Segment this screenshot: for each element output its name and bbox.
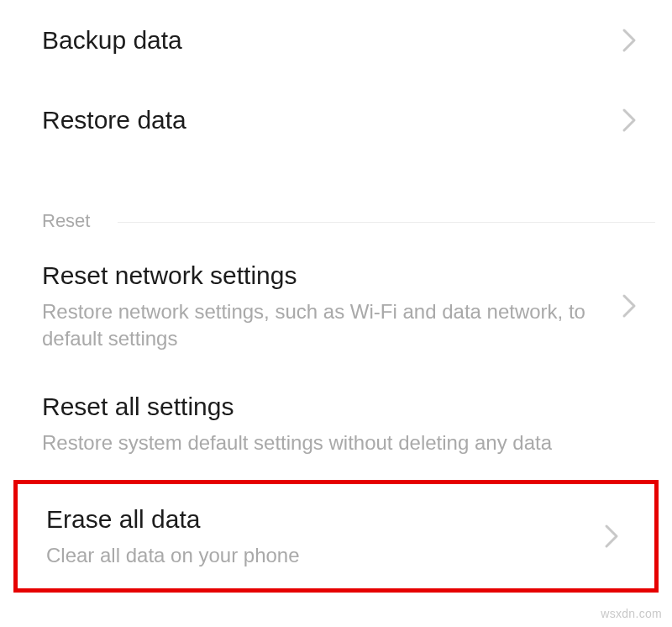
section-divider bbox=[118, 222, 655, 223]
erase-all-data-item[interactable]: Erase all data Clear all data on your ph… bbox=[13, 480, 659, 592]
erase-title: Erase all data bbox=[46, 503, 601, 535]
reset-network-subtitle: Restore network settings, such as Wi-Fi … bbox=[42, 298, 605, 353]
erase-subtitle: Clear all data on your phone bbox=[46, 542, 601, 569]
watermark: wsxdn.com bbox=[601, 607, 662, 620]
reset-section-header: Reset bbox=[0, 210, 672, 240]
restore-data-item[interactable]: Restore data bbox=[0, 80, 672, 160]
backup-data-item[interactable]: Backup data bbox=[0, 0, 672, 80]
chevron-right-icon bbox=[622, 28, 637, 53]
section-label: Reset bbox=[42, 210, 90, 231]
reset-all-settings-item[interactable]: Reset all settings Restore system defaul… bbox=[0, 371, 672, 475]
restore-title: Restore data bbox=[42, 103, 605, 136]
reset-all-title: Reset all settings bbox=[42, 390, 605, 423]
reset-network-item[interactable]: Reset network settings Restore network s… bbox=[0, 240, 672, 371]
backup-title: Backup data bbox=[42, 24, 605, 56]
settings-list: Backup data Restore data Reset Reset net… bbox=[0, 0, 672, 593]
chevron-right-icon bbox=[622, 108, 637, 133]
reset-all-subtitle: Restore system default settings without … bbox=[42, 429, 605, 456]
chevron-right-icon bbox=[604, 524, 619, 549]
chevron-right-icon bbox=[622, 293, 637, 319]
reset-network-title: Reset network settings bbox=[42, 259, 605, 292]
